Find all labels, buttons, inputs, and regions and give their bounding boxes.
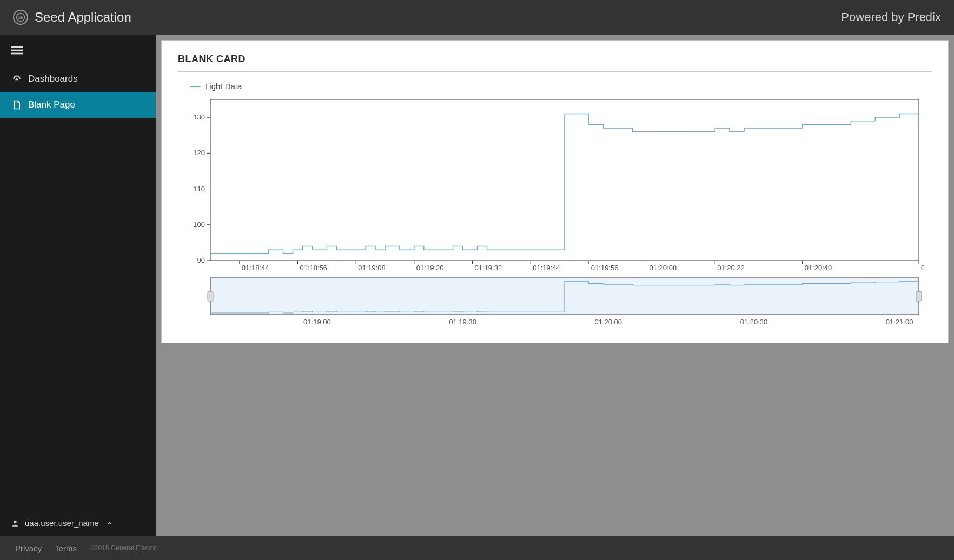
chart-legend: Light Data bbox=[190, 82, 932, 91]
dashboard-icon bbox=[12, 74, 22, 84]
page-icon bbox=[12, 100, 22, 110]
brush-handle-right[interactable] bbox=[916, 291, 922, 301]
body-area: Dashboards Blank Page uaa.user.user_name… bbox=[0, 35, 954, 536]
svg-text:01:21:00: 01:21:00 bbox=[886, 318, 913, 326]
svg-point-5 bbox=[14, 520, 16, 523]
svg-text:90: 90 bbox=[197, 256, 205, 264]
svg-text:01:18:44: 01:18:44 bbox=[242, 264, 269, 272]
sidebar-item-label: Dashboards bbox=[28, 74, 78, 84]
svg-text:01:21:04: 01:21:04 bbox=[921, 264, 924, 272]
svg-text:01:20:40: 01:20:40 bbox=[805, 264, 832, 272]
svg-text:01:20:22: 01:20:22 bbox=[717, 264, 745, 272]
card-title: BLANK CARD bbox=[178, 54, 932, 65]
header-left: GE Seed Application bbox=[13, 10, 131, 25]
sidebar: Dashboards Blank Page uaa.user.user_name bbox=[0, 35, 156, 536]
svg-text:01:19:30: 01:19:30 bbox=[449, 318, 476, 326]
svg-text:GE: GE bbox=[18, 15, 24, 20]
overview-chart[interactable]: 01:19:0001:19:3001:20:0001:20:3001:21:00 bbox=[178, 274, 924, 328]
hamburger-icon bbox=[11, 44, 23, 56]
user-name: uaa.user.user_name bbox=[25, 518, 99, 528]
user-icon bbox=[11, 519, 19, 528]
svg-text:01:19:44: 01:19:44 bbox=[533, 264, 560, 272]
svg-text:01:19:32: 01:19:32 bbox=[475, 264, 502, 272]
app-header: GE Seed Application Powered by Predix bbox=[0, 0, 954, 35]
svg-rect-4 bbox=[11, 53, 23, 55]
svg-text:120: 120 bbox=[193, 149, 205, 157]
svg-text:110: 110 bbox=[193, 185, 205, 193]
blank-card: BLANK CARD Light Data 9010011012013001:1… bbox=[161, 40, 949, 343]
footer-copyright: ©2015 General Electric bbox=[90, 544, 157, 552]
user-menu[interactable]: uaa.user.user_name bbox=[0, 510, 156, 536]
sidebar-item-blank-page[interactable]: Blank Page bbox=[0, 92, 156, 118]
legend-label: Light Data bbox=[205, 82, 242, 91]
svg-text:01:19:56: 01:19:56 bbox=[591, 264, 619, 272]
svg-text:01:20:30: 01:20:30 bbox=[740, 318, 768, 326]
main-content: BLANK CARD Light Data 9010011012013001:1… bbox=[156, 35, 954, 536]
svg-text:01:19:08: 01:19:08 bbox=[358, 264, 386, 272]
footer-link-privacy[interactable]: Privacy bbox=[15, 544, 42, 553]
svg-rect-2 bbox=[11, 46, 23, 48]
svg-text:01:18:56: 01:18:56 bbox=[300, 264, 328, 272]
app-title: Seed Application bbox=[35, 10, 131, 25]
nav-list: Dashboards Blank Page bbox=[0, 66, 156, 510]
svg-text:01:19:00: 01:19:00 bbox=[303, 318, 331, 326]
chevron-up-icon bbox=[107, 520, 113, 526]
brush-handle-left[interactable] bbox=[208, 291, 213, 301]
legend-swatch bbox=[190, 86, 201, 87]
line-chart[interactable]: 9010011012013001:18:4401:18:5601:19:0801… bbox=[178, 95, 924, 274]
footer-link-terms[interactable]: Terms bbox=[55, 544, 77, 553]
svg-text:01:20:00: 01:20:00 bbox=[594, 318, 622, 326]
sidebar-item-dashboards[interactable]: Dashboards bbox=[0, 66, 156, 92]
svg-text:01:19:20: 01:19:20 bbox=[416, 264, 444, 272]
svg-rect-3 bbox=[11, 50, 23, 51]
svg-text:130: 130 bbox=[193, 113, 205, 121]
chart-container: 9010011012013001:18:4401:18:5601:19:0801… bbox=[178, 95, 932, 328]
card-divider bbox=[178, 71, 932, 72]
svg-text:01:20:08: 01:20:08 bbox=[650, 264, 677, 272]
ge-logo-icon: GE bbox=[13, 10, 28, 25]
sidebar-item-label: Blank Page bbox=[28, 99, 75, 110]
app-footer: Privacy Terms ©2015 General Electric bbox=[0, 536, 954, 560]
powered-by: Powered by Predix bbox=[841, 10, 941, 24]
svg-text:100: 100 bbox=[193, 221, 205, 229]
menu-toggle-button[interactable] bbox=[0, 35, 156, 66]
